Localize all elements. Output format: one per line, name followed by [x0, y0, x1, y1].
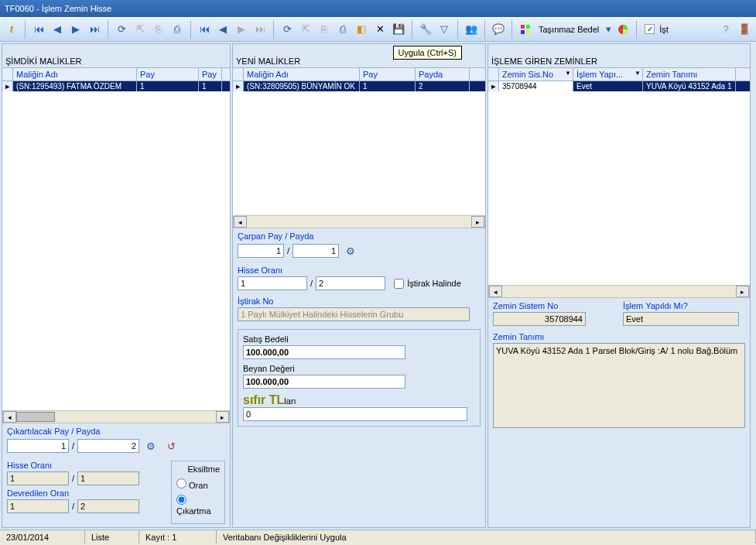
copy-icon[interactable]: ⎘: [150, 21, 167, 38]
carpan-label: Çarpan Pay / Payda: [238, 231, 481, 241]
table-row[interactable]: ▸ (SN:1295493) FATMA ÖZDEM 1 1: [2, 81, 230, 91]
istirak-no-label: İştirak No: [238, 296, 481, 306]
users-icon[interactable]: 👥: [463, 21, 480, 38]
col-payda2[interactable]: Payda: [416, 68, 470, 81]
ist-label: İşt: [656, 25, 672, 34]
nav-last-icon[interactable]: ⏭: [86, 21, 103, 38]
hisse-pay-input: [7, 471, 69, 485]
tl-sifir-label: sıfır TL: [243, 393, 284, 406]
status-msg: Veritabanı Değişikliklerini Uygula: [217, 530, 756, 543]
left-panel: ŞİMDİKİ MALİKLER Maliğin Adı Pay Pay ▸ (…: [2, 43, 231, 528]
export-icon[interactable]: ⇱: [132, 21, 149, 38]
nav-first-icon[interactable]: ⏮: [30, 21, 47, 38]
iy-label: İşlem Yapıldı Mı?: [623, 301, 745, 310]
eksiltme-group: Eksiltme Oran Çıkartma: [171, 461, 225, 524]
col-pay2[interactable]: Pay: [360, 68, 416, 81]
status-bar: 23/01/2014 Liste Kayıt : 1 Veritabanı De…: [0, 530, 756, 543]
mid-hisse-payda[interactable]: [316, 276, 385, 290]
chevron-down-icon: ▼: [635, 70, 641, 77]
oran-radio[interactable]: [176, 478, 186, 488]
col-pay[interactable]: Pay: [137, 68, 199, 81]
status-kayit: Kayıt : 1: [139, 530, 217, 543]
delete-icon[interactable]: ✕: [371, 21, 388, 38]
mid-hisse-label: Hisse Oranı: [238, 266, 481, 275]
cikart-pay-input[interactable]: [7, 439, 69, 453]
copy2-icon[interactable]: ⎘: [316, 21, 333, 38]
uygula-tooltip: Uygula (Ctrl+S): [393, 46, 463, 60]
table-row[interactable]: ▸ 35708944 Evet YUVA Köyü 43152 Ada 1: [488, 81, 750, 91]
carpan-calc-icon[interactable]: ⚙: [342, 242, 359, 259]
col-zemin-tanim[interactable]: Zemin Tanımı: [643, 68, 736, 81]
col-mal-adi[interactable]: Maliğin Adı: [13, 68, 137, 81]
nav2-prev-icon[interactable]: ◀: [214, 21, 231, 38]
cikart-payda-input[interactable]: [77, 439, 139, 453]
app-logo-icon[interactable]: t: [3, 21, 20, 38]
svg-rect-3: [526, 30, 530, 34]
refresh2-icon[interactable]: ⟳: [279, 21, 296, 38]
save-icon[interactable]: 💾: [390, 21, 407, 38]
cikartma-radio[interactable]: [176, 495, 186, 505]
devredilen-label: Devredilen Oran: [7, 488, 162, 498]
col-islem-yapildi[interactable]: İşlem Yapı...▼: [573, 68, 643, 81]
satis-input[interactable]: [243, 345, 405, 359]
piechart-icon[interactable]: [614, 21, 631, 38]
print2-icon[interactable]: ⎙: [334, 21, 351, 38]
help-icon[interactable]: ?: [717, 21, 734, 38]
chevron-down-icon: ▼: [565, 70, 571, 77]
tl-input[interactable]: [243, 407, 467, 421]
istirak-no-input: [238, 307, 470, 321]
beyan-label: Beyan Değeri: [243, 364, 475, 373]
comment-icon[interactable]: 💬: [490, 21, 507, 38]
satis-label: Satış Bedeli: [243, 334, 475, 344]
dropdown-icon[interactable]: ▾: [604, 21, 613, 38]
nav2-last-icon[interactable]: ⏭: [251, 21, 269, 38]
cikart-calc-icon[interactable]: ⚙: [142, 437, 159, 454]
carpan-payda-input[interactable]: [292, 244, 339, 258]
simdiki-grid[interactable]: Maliğin Adı Pay Pay ▸ (SN:1295493) FATMA…: [2, 68, 230, 91]
nav2-next-icon[interactable]: ▶: [233, 21, 250, 38]
devr-pay-input: [7, 499, 69, 513]
simdiki-malikler-title: ŞİMDİKİ MALİKLER: [2, 55, 230, 68]
col-zemin-sis[interactable]: Zemin Sis.No▼: [499, 68, 573, 81]
tool1-icon[interactable]: 🔧: [417, 21, 434, 38]
nav-prev-icon[interactable]: ◀: [49, 21, 66, 38]
status-date: 23/01/2014: [0, 530, 85, 543]
istirak-checkbox[interactable]: [394, 279, 404, 289]
table-row[interactable]: ▸ (SN:32809505) BÜNYAMİN OK 1 2: [233, 81, 485, 91]
zemin-grid[interactable]: Zemin Sis.No▼ İşlem Yapı...▼ Zemin Tanım…: [488, 68, 750, 91]
ist-checkbox[interactable]: [645, 24, 655, 34]
hisse-payda-input: [77, 471, 139, 485]
iy-input: [623, 312, 739, 326]
cube-icon[interactable]: [517, 21, 534, 38]
right-hscroll[interactable]: ◂▸: [488, 285, 750, 298]
left-hscroll[interactable]: ◂▸: [2, 410, 230, 423]
nav2-first-icon[interactable]: ⏮: [196, 21, 213, 38]
zsn-label: Zemin Sistem No: [493, 301, 615, 310]
window-title: TF0060 - İşlem Zemin Hisse: [5, 4, 111, 13]
isleme-giren-title: İŞLEME GİREN ZEMİNLER: [488, 55, 750, 68]
nav-next-icon[interactable]: ▶: [67, 21, 84, 38]
col-mal-adi2[interactable]: Maliğin Adı: [244, 68, 360, 81]
cikart-reset-icon[interactable]: ↺: [162, 437, 180, 454]
mid-hscroll[interactable]: ◂▸: [233, 215, 485, 228]
export2-icon[interactable]: ⇱: [297, 21, 314, 38]
toggle-icon[interactable]: ◧: [353, 21, 370, 38]
main-toolbar: t ⏮ ◀ ▶ ⏭ ⟳ ⇱ ⎘ ⎙ ⏮ ◀ ▶ ⏭ ⟳ ⇱ ⎘ ⎙ ◧ ✕ 💾 …: [0, 17, 756, 42]
yeni-grid[interactable]: Maliğin Adı Pay Payda ▸ (SN:32809505) BÜ…: [233, 68, 485, 91]
svg-rect-1: [526, 25, 530, 29]
devr-payda-input: [77, 499, 139, 513]
zsn-input: [493, 312, 586, 326]
close-door-icon[interactable]: 🚪: [736, 21, 753, 38]
mid-panel: Uygula (Ctrl+S) YENİ MALİKLER Maliğin Ad…: [232, 43, 486, 528]
tasinmaz-bedel-label[interactable]: Taşınmaz Bedel: [535, 25, 602, 34]
col-payda[interactable]: Pay: [199, 68, 222, 81]
hisse-orani-label: Hisse Oranı: [7, 461, 162, 470]
refresh-icon[interactable]: ⟳: [113, 21, 130, 38]
print-icon[interactable]: ⎙: [169, 21, 186, 38]
filter-icon[interactable]: ▽: [436, 21, 453, 38]
beyan-input[interactable]: [243, 375, 405, 389]
window-titlebar: TF0060 - İşlem Zemin Hisse: [0, 0, 756, 17]
carpan-pay-input[interactable]: [238, 244, 284, 258]
zt-label: Zemin Tanımı: [493, 332, 745, 341]
mid-hisse-pay[interactable]: [238, 276, 307, 290]
